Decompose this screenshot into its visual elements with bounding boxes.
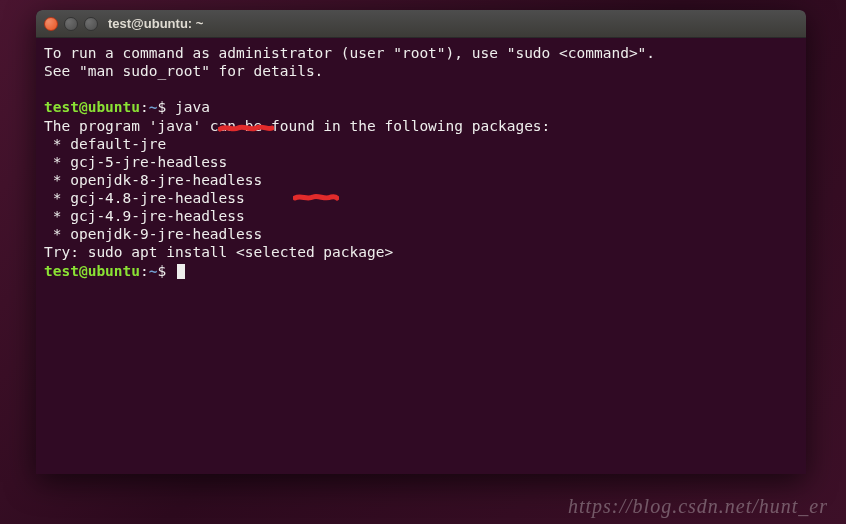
package-item: * gcj-5-jre-headless (44, 154, 227, 170)
prompt-colon: : (140, 99, 149, 115)
prompt-path: ~ (149, 263, 158, 279)
output-try: Try: sudo apt install <selected package> (44, 244, 393, 260)
window-controls (44, 17, 98, 31)
close-button[interactable] (44, 17, 58, 31)
prompt-dollar: $ (158, 263, 167, 279)
package-item: * openjdk-9-jre-headless (44, 226, 262, 242)
package-item: * openjdk-8-jre-headless (44, 172, 262, 188)
prompt-path: ~ (149, 99, 158, 115)
package-item: * default-jre (44, 136, 166, 152)
intro-text-2: See "man sudo_root" for details. (44, 63, 323, 79)
maximize-button[interactable] (84, 17, 98, 31)
terminal-window: test@ubuntu: ~ To run a command as admin… (36, 10, 806, 474)
package-item: * gcj-4.9-jre-headless (44, 208, 245, 224)
output-header: The program 'java' can be found in the f… (44, 118, 550, 134)
watermark: https://blog.csdn.net/hunt_er (568, 495, 828, 518)
prompt-colon: : (140, 263, 149, 279)
intro-text-1: To run a command as administrator (user … (44, 45, 655, 61)
prompt-user: test@ubuntu (44, 99, 140, 115)
window-title: test@ubuntu: ~ (108, 16, 203, 31)
package-item: * gcj-4.8-jre-headless (44, 190, 245, 206)
prompt-dollar: $ (158, 99, 167, 115)
prompt-user: test@ubuntu (44, 263, 140, 279)
titlebar[interactable]: test@ubuntu: ~ (36, 10, 806, 38)
command-text: java (175, 99, 210, 115)
minimize-button[interactable] (64, 17, 78, 31)
terminal-body[interactable]: To run a command as administrator (user … (36, 38, 806, 286)
cursor (177, 264, 185, 279)
